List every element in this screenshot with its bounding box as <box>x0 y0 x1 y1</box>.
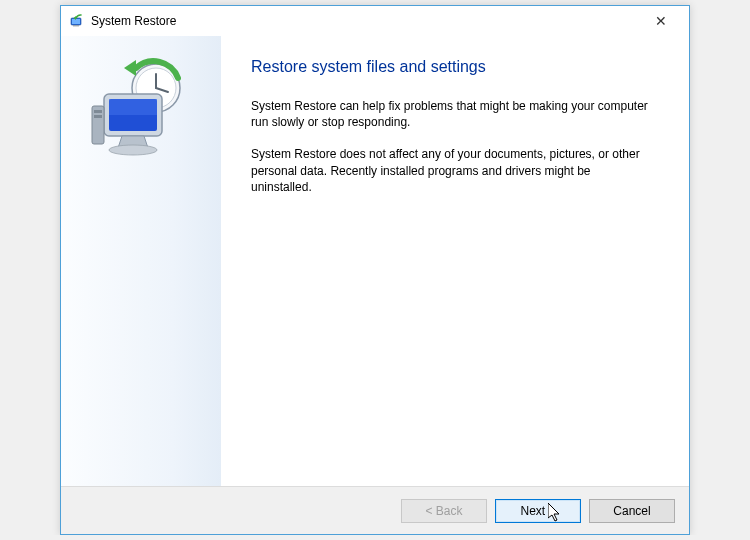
description-paragraph-1: System Restore can help fix problems tha… <box>251 98 651 130</box>
description-paragraph-2: System Restore does not affect any of yo… <box>251 146 651 195</box>
main-content: Restore system files and settings System… <box>221 36 689 486</box>
back-button: < Back <box>401 499 487 523</box>
titlebar: System Restore ✕ <box>61 6 689 36</box>
svg-rect-14 <box>94 110 102 113</box>
svg-rect-15 <box>94 115 102 118</box>
system-restore-icon <box>69 13 85 29</box>
window-title: System Restore <box>91 14 641 28</box>
wizard-body: Restore system files and settings System… <box>61 36 689 486</box>
next-button[interactable]: Next > <box>495 499 581 523</box>
svg-point-12 <box>109 145 157 155</box>
page-heading: Restore system files and settings <box>251 58 661 76</box>
svg-rect-2 <box>73 25 79 26</box>
system-restore-window: System Restore ✕ <box>60 5 690 535</box>
close-button[interactable]: ✕ <box>641 7 681 35</box>
sidebar <box>61 36 221 486</box>
wizard-footer: < Back Next > Cancel <box>61 486 689 534</box>
restore-illustration-icon <box>86 54 196 486</box>
cancel-button[interactable]: Cancel <box>589 499 675 523</box>
svg-marker-8 <box>124 60 136 76</box>
svg-rect-11 <box>109 99 157 115</box>
